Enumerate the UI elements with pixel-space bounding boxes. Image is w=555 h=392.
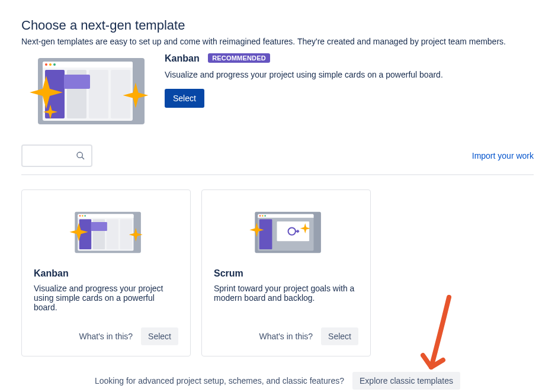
- sparkle-icon: [43, 104, 58, 120]
- svg-point-2: [288, 227, 295, 234]
- import-work-link[interactable]: Import your work: [472, 151, 534, 160]
- page-title: Choose a next-gen template: [21, 18, 534, 33]
- search-icon: [76, 151, 85, 160]
- featured-name: Kanban: [165, 53, 200, 64]
- divider: [21, 174, 534, 175]
- page-subtitle: Next-gen templates are easy to set up an…: [21, 37, 534, 46]
- sparkle-icon: [122, 82, 149, 109]
- footer-text: Looking for advanced project setup, sche…: [95, 376, 344, 385]
- footer: Looking for advanced project setup, sche…: [0, 372, 555, 390]
- svg-point-0: [77, 152, 82, 158]
- kanban-thumbnail: [32, 53, 147, 128]
- featured-template: Kanban RECOMMENDED Visualize and progres…: [21, 53, 534, 128]
- whats-in-this-link[interactable]: What's in this?: [79, 332, 133, 341]
- svg-line-1: [82, 157, 84, 159]
- template-card-kanban: Kanban Visualize and progress your proje…: [21, 189, 191, 356]
- select-template-button[interactable]: Select: [321, 327, 358, 345]
- template-card-scrum: Scrum Sprint toward your project goals w…: [201, 189, 371, 356]
- explore-classic-button[interactable]: Explore classic templates: [352, 372, 460, 390]
- whats-in-this-link[interactable]: What's in this?: [259, 332, 313, 341]
- template-name: Scrum: [214, 268, 358, 279]
- template-grid: Kanban Visualize and progress your proje…: [21, 189, 534, 356]
- recommended-badge: RECOMMENDED: [208, 53, 270, 63]
- select-featured-button[interactable]: Select: [165, 89, 204, 108]
- search-input[interactable]: [21, 144, 92, 167]
- featured-description: Visualize and progress your project usin…: [165, 70, 443, 79]
- template-description: Sprint toward your project goals with a …: [214, 284, 358, 312]
- template-name: Kanban: [34, 268, 178, 279]
- select-template-button[interactable]: Select: [141, 327, 178, 345]
- template-description: Visualize and progress your project usin…: [34, 284, 178, 312]
- kanban-card-thumbnail: [34, 198, 178, 264]
- scrum-card-thumbnail: [214, 198, 358, 264]
- sprint-icon: [285, 224, 300, 239]
